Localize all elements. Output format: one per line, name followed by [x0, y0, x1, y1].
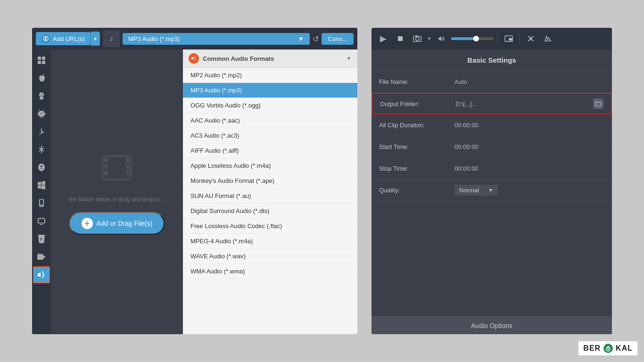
format-selector[interactable]: MP3 Audio (*.mp3) ▼: [123, 33, 310, 45]
settings-value-stop-time: 00:00:00: [454, 165, 604, 172]
svg-rect-37: [398, 36, 403, 41]
audio-options-label: Audio Options: [471, 322, 512, 329]
watermark-suffix: KAL: [616, 344, 633, 353]
formats-header: Common Audio Formats ▼: [183, 49, 357, 68]
sidebar-item-playstation[interactable]: [33, 123, 50, 140]
formats-list: MP2 Audio (*.mp2)MP3 Audio (*.mp3)OGG Vo…: [183, 68, 357, 279]
drop-area: the button below or drag and drop to... …: [51, 49, 183, 334]
svg-rect-4: [42, 61, 45, 64]
sidebar-item-tv[interactable]: [33, 213, 50, 230]
svg-rect-40: [415, 35, 417, 37]
watermark-icon: [603, 344, 613, 353]
svg-rect-23: [37, 254, 43, 260]
add-url-button[interactable]: Add URL(s): [36, 32, 91, 45]
volume-thumb[interactable]: [473, 36, 479, 41]
header-icon: [189, 53, 199, 64]
svg-marker-24: [43, 255, 46, 258]
svg-rect-13: [42, 116, 43, 118]
settings-value-all-clip-duration: 00:00:00: [454, 122, 604, 129]
format-item-mp3[interactable]: MP3 Audio (*.mp3): [183, 83, 357, 98]
pip-button[interactable]: [502, 32, 516, 46]
player-separator2: [520, 34, 520, 43]
svg-rect-36: [126, 171, 129, 175]
svg-rect-26: [39, 254, 40, 255]
svg-rect-43: [595, 102, 601, 106]
svg-rect-34: [126, 158, 129, 162]
effects-button[interactable]: [541, 32, 555, 46]
settings-label-all-clip-duration: All Clip Duration:: [379, 122, 454, 129]
format-item-dts[interactable]: Digital Surround Audio (*.dts): [183, 204, 357, 219]
svg-rect-35: [126, 165, 129, 168]
globe-icon: [41, 34, 50, 43]
film-icon: [98, 149, 136, 187]
format-item-mp2[interactable]: MP2 Audio (*.mp2): [183, 68, 357, 83]
convert-label: Conv...: [328, 35, 347, 42]
convert-button[interactable]: Conv...: [322, 33, 354, 45]
settings-row-quality: Quality:Normal▼: [372, 180, 612, 201]
volume-slider[interactable]: [451, 37, 494, 40]
play-button[interactable]: ▶: [376, 32, 390, 46]
svg-rect-11: [44, 113, 45, 115]
settings-rows: File Name:AutoOutput Folder:D:\[...]...A…: [372, 71, 612, 201]
formats-panel: Common Audio Formats ▼ MP2 Audio (*.mp2)…: [183, 49, 357, 334]
settings-label-file-name: File Name:: [379, 78, 454, 85]
sidebar-item-windows[interactable]: [33, 177, 50, 194]
sidebar-item-huawei[interactable]: [33, 141, 50, 158]
left-panel: Add URL(s) ▼ ♪ MP3 Audio (*.mp3) ▼ ↺ Con…: [32, 28, 357, 334]
format-item-au[interactable]: SUN AU Format (*.au): [183, 189, 357, 204]
screenshot-button[interactable]: [410, 32, 424, 46]
sidebar-item-html5[interactable]: 5: [33, 230, 50, 247]
format-item-m4a2[interactable]: MPEG-4 Audio (*.m4a): [183, 234, 357, 249]
format-item-flac[interactable]: Free Lossless Audio Codec (.flac): [183, 219, 357, 234]
watermark-text: BER: [583, 344, 601, 353]
settings-row-start-time: Start Time:00:00:00: [372, 136, 612, 158]
settings-label-quality: Quality:: [379, 187, 454, 194]
format-item-aiff[interactable]: AIFF Audio (*.aiff): [183, 143, 357, 158]
formats-header-text: Common Audio Formats: [203, 55, 342, 62]
volume-button[interactable]: [434, 32, 448, 46]
stop-button[interactable]: [393, 32, 407, 46]
svg-point-45: [608, 349, 609, 350]
quality-select[interactable]: Normal▼: [454, 185, 498, 196]
format-item-wav[interactable]: WAVE Audio (*.wav): [183, 249, 357, 264]
svg-point-9: [42, 113, 43, 114]
svg-rect-7: [40, 97, 43, 99]
format-item-ape[interactable]: Monkey's Audio Format (*.ape): [183, 173, 357, 189]
settings-row-file-name: File Name:Auto: [372, 71, 612, 93]
sidebar-item-android-money[interactable]: $: [33, 87, 50, 104]
player-separator: [497, 34, 498, 43]
settings-panel: Basic Settings File Name:AutoOutput Fold…: [372, 49, 612, 316]
svg-rect-2: [42, 57, 45, 60]
format-dropdown-icon: ▼: [298, 35, 304, 42]
browse-button[interactable]: [593, 99, 603, 109]
settings-value-file-name: Auto: [454, 78, 604, 85]
sidebar-item-audio[interactable]: [33, 266, 50, 283]
sidebar-item-all[interactable]: [33, 51, 50, 68]
sidebar-item-mobile[interactable]: [33, 195, 50, 212]
format-item-ac3[interactable]: AC3 Audio (*.ac3): [183, 128, 357, 143]
audio-options-bar[interactable]: Audio Options: [372, 316, 612, 334]
sidebar-item-apple[interactable]: [33, 69, 50, 86]
format-item-wma[interactable]: WMA Audio (*.wma): [183, 264, 357, 279]
screenshot-dropdown-icon[interactable]: ▼: [427, 36, 431, 41]
svg-point-39: [416, 37, 419, 41]
format-item-m4a[interactable]: Apple Loseless Audio (*.m4a): [183, 158, 357, 173]
format-label: MP3 Audio (*.mp3): [128, 35, 180, 42]
sidebar-item-video[interactable]: [33, 248, 50, 265]
svg-point-0: [43, 36, 49, 41]
formats-collapse-icon[interactable]: ▼: [346, 55, 352, 62]
cut-button[interactable]: [524, 32, 538, 46]
format-item-aac[interactable]: AAC Audio (*.aac): [183, 113, 357, 128]
svg-point-8: [40, 113, 41, 114]
add-file-button[interactable]: + Add or Drag File(s): [69, 212, 165, 235]
sidebar-item-tivo[interactable]: [33, 159, 50, 176]
add-url-label: Add URL(s): [53, 35, 85, 42]
svg-point-15: [41, 165, 42, 167]
volume-fill: [451, 37, 475, 40]
player-toolbar: ▶ ▼: [372, 28, 612, 49]
add-url-dropdown[interactable]: ▼: [91, 32, 100, 46]
sidebar-item-android[interactable]: [33, 105, 50, 122]
svg-rect-10: [38, 113, 39, 115]
format-item-ogg[interactable]: OGG Vorbis Audio (*.ogg): [183, 98, 357, 113]
refresh-icon[interactable]: ↺: [313, 34, 319, 43]
